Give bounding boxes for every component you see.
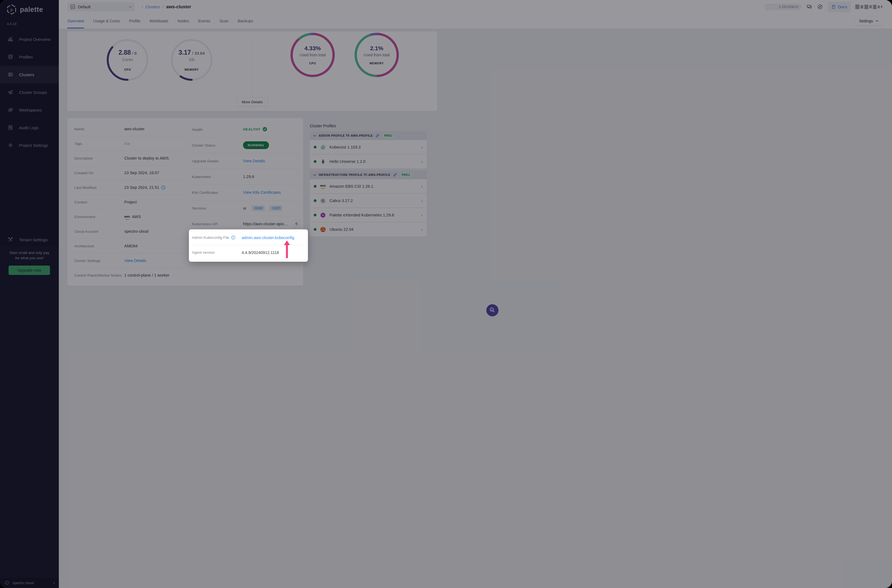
sidebar-item-project-settings[interactable]: Project Settings bbox=[0, 136, 59, 154]
sidebar-item-workspaces[interactable]: Workspaces bbox=[0, 101, 59, 119]
chevron-right-icon[interactable]: › bbox=[421, 226, 423, 232]
pack-row-ubuntu-22-04[interactable]: Ubuntu 22.04› bbox=[310, 222, 426, 236]
detail-label-kubernetes-api: Kubernetes API bbox=[192, 222, 243, 226]
detail-value-context: Project bbox=[124, 200, 137, 204]
app-window: p palette 4.4.19 Project OverviewProfile… bbox=[0, 0, 446, 294]
detail-link-upgrade-details[interactable]: View Details bbox=[243, 159, 265, 163]
pack-row-hello-universe-1-2-0[interactable]: Hello Universe 1.2.0› bbox=[310, 154, 426, 168]
breadcrumb-current: aws-cluster bbox=[166, 4, 191, 9]
chevron-right-icon[interactable]: › bbox=[421, 183, 423, 189]
breadcrumb-clusters-link[interactable]: Clusters bbox=[145, 5, 160, 9]
sidebar-item-label: Project Overview bbox=[19, 37, 50, 42]
sidebar-item-cluster-groups[interactable]: Cluster Groups bbox=[0, 83, 59, 101]
memory-ring-caption: Used from total bbox=[356, 53, 397, 57]
more-details-button[interactable]: More Details bbox=[237, 98, 268, 106]
profile-group-header[interactable]: INFRASTRUCTURE PROFILE TF-AWS-PROFILEPRO… bbox=[310, 171, 426, 179]
detail-label-name: Name bbox=[74, 127, 124, 131]
tab-usage-costs[interactable]: Usage & Costs bbox=[93, 13, 120, 28]
clusters-icon bbox=[8, 72, 14, 78]
cpu-used-value: 2.88 bbox=[119, 49, 131, 56]
pack-row-kubecost-1-103-3[interactable]: Kubecost 1.103.3› bbox=[310, 140, 426, 154]
tab-backups[interactable]: Backups bbox=[238, 13, 253, 28]
chevron-right-icon[interactable]: › bbox=[421, 159, 423, 165]
groups-icon bbox=[8, 89, 14, 95]
memory-unit: Gb bbox=[171, 57, 212, 62]
memory-total-value: / 33.64 bbox=[192, 51, 205, 56]
info-icon[interactable] bbox=[161, 186, 165, 190]
pxk-icon: ✳ bbox=[320, 212, 326, 218]
detail-label-k8s-certificates: K8s Certificates bbox=[192, 190, 243, 195]
pack-row-amazon-ebs-csi-1-26-1[interactable]: awsAmazon EBS CSI 1.26.1› bbox=[310, 179, 426, 193]
agent-version-value: 4.4.9/20240912.1118 bbox=[242, 250, 279, 255]
project-selector-value: Default bbox=[78, 5, 90, 9]
pack-row-palette-extended-kubernetes-1-29-8[interactable]: ✳Palette eXtended Kubernetes 1.29.8› bbox=[310, 208, 426, 222]
profile-group-header[interactable]: ADDON PROFILE TF-AWS-PROFILEPROJ bbox=[310, 131, 426, 140]
chevron-right-icon[interactable]: › bbox=[421, 144, 423, 150]
detail-row-k8s-certificates: K8s CertificatesView K8s Certificates bbox=[192, 184, 300, 200]
health-status: HEALTHY bbox=[243, 127, 267, 132]
info-icon[interactable] bbox=[231, 236, 235, 240]
agent-version-label: Agent version bbox=[192, 250, 242, 255]
detail-row-cloud-account: Cloud Accountspectro-cloud bbox=[74, 224, 186, 239]
ubuntu-icon bbox=[320, 226, 326, 232]
kubernetes-api-value: https://aws-cluster-apiserve... bbox=[243, 220, 300, 228]
detail-label-cloud-account: Cloud Account bbox=[74, 230, 124, 234]
detail-label-services: Services bbox=[192, 206, 243, 210]
sidebar-item-label: Clusters bbox=[19, 72, 34, 77]
pack-status-dot bbox=[314, 200, 317, 202]
environment-text: AWS bbox=[132, 214, 141, 219]
top-bar: Default / Clusters / aws-cluster 1.29/10… bbox=[59, 0, 446, 29]
cluster-status-badge[interactable]: RUNNING bbox=[243, 141, 269, 149]
tab-workloads[interactable]: Workloads bbox=[149, 13, 168, 28]
sidebar-item-label: Cluster Groups bbox=[19, 90, 47, 94]
tab-scan[interactable]: Scan bbox=[219, 13, 229, 28]
copy-icon-button[interactable] bbox=[293, 220, 300, 228]
detail-link-k8s-certificates[interactable]: View K8s Certificates bbox=[243, 190, 281, 195]
upgrade-now-button[interactable]: Upgrade now bbox=[9, 266, 50, 275]
service-port-link[interactable]: :3000 bbox=[269, 205, 282, 211]
chevron-right-icon[interactable]: › bbox=[421, 198, 423, 204]
sidebar-item-project-overview[interactable]: Project Overview bbox=[0, 30, 59, 48]
environment-value: awsAWS bbox=[124, 214, 141, 220]
cluster-profiles-title: Cluster Profiles bbox=[310, 124, 426, 128]
service-port-link[interactable]: :8080 bbox=[251, 205, 265, 211]
admin-kubeconfig-link[interactable]: admin.aws-cluster.kubeconfig bbox=[242, 236, 294, 240]
brand-name: palette bbox=[20, 6, 43, 14]
detail-label-control-plane-worker-nodes: Control Plane/Worker Nodes bbox=[74, 273, 124, 278]
svg-text:✳: ✳ bbox=[322, 213, 324, 217]
sidebar-item-audit-logs[interactable]: Audit Logs bbox=[0, 119, 59, 136]
chevron-right-icon[interactable]: › bbox=[421, 212, 423, 218]
sidebar-item-clusters[interactable]: Clusters bbox=[0, 66, 59, 83]
cluster-tabs: OverviewUsage & CostsProfileWorkloadsNod… bbox=[68, 13, 253, 28]
detail-label-created-on: Created On bbox=[74, 171, 124, 175]
pack-status-dot bbox=[314, 214, 317, 216]
detail-row-upgrade-details: Upgrade DetailsView Details bbox=[192, 153, 300, 169]
memory-percent: 2.1% bbox=[356, 45, 397, 52]
tab-overview[interactable]: Overview bbox=[68, 13, 84, 28]
detail-row-environment: EnvironmentawsAWS bbox=[74, 210, 186, 224]
detail-value-name: aws-cluster bbox=[124, 127, 144, 131]
sidebar-item-tenant-settings[interactable]: Tenant Settings bbox=[0, 233, 59, 246]
pack-name: Palette eXtended Kubernetes 1.29.8 bbox=[329, 213, 394, 217]
pack-row-calico-3-27-2[interactable]: Calico 3.27.2› bbox=[310, 194, 426, 208]
sidebar-item-profiles[interactable]: Profiles bbox=[0, 48, 59, 66]
pack-status-dot bbox=[314, 146, 317, 148]
admin-kubeconfig-label: Admin Kubeconfig File bbox=[192, 236, 242, 240]
breadcrumb-separator: / bbox=[162, 4, 164, 9]
gear-icon bbox=[8, 142, 14, 148]
usage-card: 2.88 / 8 Cores CPU 3.17 / 33.64 Gb MEMOR… bbox=[68, 32, 437, 111]
admin-kubeconfig-row: Admin Kubeconfig File admin.aws-cluster.… bbox=[192, 230, 304, 245]
project-selector[interactable]: Default bbox=[68, 2, 135, 11]
detail-link-cluster-settings[interactable]: View Details bbox=[124, 258, 146, 263]
chevron-down-icon bbox=[129, 4, 132, 9]
tab-nodes[interactable]: Nodes bbox=[177, 13, 189, 28]
sidebar-item-label: Workspaces bbox=[19, 108, 42, 112]
spotlight-card: Admin Kubeconfig File admin.aws-cluster.… bbox=[189, 230, 308, 262]
tab-profile[interactable]: Profile bbox=[129, 13, 140, 28]
detail-label-architecture: Architecture bbox=[74, 244, 124, 248]
detail-row-cluster-status: Cluster StatusRUNNING bbox=[192, 138, 300, 153]
pack-status-dot bbox=[314, 160, 317, 163]
tab-events[interactable]: Events bbox=[198, 13, 210, 28]
chevron-down-icon bbox=[313, 172, 316, 177]
rocket-icon bbox=[320, 159, 326, 165]
